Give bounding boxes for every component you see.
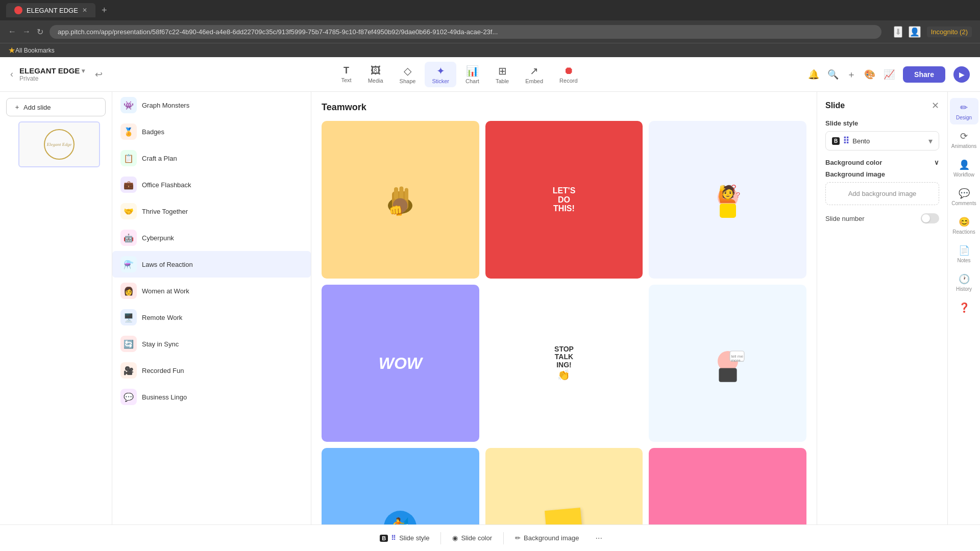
cat-graph-monsters[interactable]: 👾 Graph Monsters	[112, 92, 311, 118]
sticker-text-2: LET'SDOTHIS!	[549, 182, 580, 217]
tool-sticker[interactable]: ✦ Sticker	[425, 62, 456, 87]
cat-thrive-together-icon: 🤝	[120, 203, 137, 219]
tab-workflow[interactable]: 👤 Workflow	[950, 155, 978, 182]
tool-embed[interactable]: ↗ Embed	[518, 62, 550, 87]
tab-reactions[interactable]: 😊 Reactions	[950, 212, 978, 239]
bg-color-expand-icon[interactable]: ∨	[934, 159, 939, 166]
forward-btn[interactable]: →	[22, 27, 31, 36]
sticker-item-3[interactable]: 🙋 ? ?	[649, 121, 806, 279]
tool-shape[interactable]: ◇ Shape	[393, 62, 423, 87]
new-tab-btn[interactable]: +	[102, 5, 107, 16]
bottom-slide-style-label: Slide style	[399, 534, 429, 542]
shape-label: Shape	[400, 78, 416, 84]
bottom-divider-2	[503, 532, 504, 544]
tool-record[interactable]: ⏺ Record	[552, 62, 584, 87]
slide-number-toggle[interactable]	[921, 213, 939, 223]
tab-close-btn[interactable]: ✕	[82, 7, 87, 14]
sticker-item-9[interactable]	[649, 448, 806, 524]
color-picker-btn[interactable]: 🎨	[864, 69, 875, 80]
bottom-more-btn[interactable]: ···	[590, 530, 607, 546]
bookmarks-label[interactable]: All Bookmarks	[15, 47, 55, 54]
cat-remote-work-icon: 🖥️	[120, 309, 137, 325]
cat-office-flashback[interactable]: 💼 Office Flashback	[112, 171, 311, 198]
sticker-item-8[interactable]	[485, 448, 643, 524]
share-button[interactable]: Share	[903, 66, 945, 83]
sticker-text-5: STOPTALKING! 👏	[554, 345, 574, 381]
tab-title: ELEGANT EDGE	[27, 7, 78, 14]
sidebar-collapse-btn[interactable]: ‹	[10, 69, 13, 80]
right-panel: Slide ✕ Slide style B ⠿ Bento ▾ Backgrou…	[817, 92, 980, 524]
tab-animations[interactable]: ⟳ Animations	[950, 127, 978, 153]
sticker-item-4[interactable]: WOW	[322, 285, 479, 442]
plus-icon: ＋	[14, 103, 20, 112]
add-slide-btn[interactable]: ＋ Add slide	[6, 98, 106, 116]
cat-business-lingo[interactable]: 💬 Business Lingo	[112, 384, 311, 410]
tab-help[interactable]: ❓	[950, 298, 978, 317]
profile-btn[interactable]: 👤	[909, 26, 921, 38]
cat-laws-of-reaction[interactable]: ⚗️ Laws of Reaction	[112, 251, 311, 278]
notifications-btn[interactable]: 🔔	[808, 69, 819, 80]
download-btn[interactable]: ⬇	[894, 26, 902, 38]
tab-design[interactable]: ✏ Design	[950, 98, 978, 124]
toolbar: ‹ ELEGANT EDGE ▾ Private ↩ T Text 🖼 Medi…	[0, 57, 980, 92]
sticker-item-2[interactable]: LET'SDOTHIS!	[485, 121, 643, 279]
tab-history[interactable]: 🕐 History	[950, 269, 978, 296]
text-icon: T	[344, 65, 349, 76]
text-label: Text	[341, 77, 351, 83]
slide-thumbnail[interactable]: Elegant Edge	[18, 121, 100, 167]
undo-btn[interactable]: ↩	[95, 69, 103, 80]
cat-recorded-fun-icon: 🎥	[120, 362, 137, 379]
sticker-item-6[interactable]: tell me more...	[649, 285, 806, 442]
chart-label: Chart	[465, 78, 479, 84]
bento-b-icon: B	[832, 137, 840, 145]
tool-table[interactable]: ⊞ Table	[488, 62, 516, 87]
play-button[interactable]: ▶	[953, 66, 970, 83]
panel-close-btn[interactable]: ✕	[932, 100, 939, 111]
cat-recorded-fun-label: Recorded Fun	[142, 367, 184, 374]
bottom-slide-style-btn[interactable]: B ⠿ Slide style	[373, 531, 436, 545]
add-btn[interactable]: ＋	[847, 68, 856, 81]
sticker-item-7[interactable]: 🏄	[322, 448, 479, 524]
comments-icon: 💬	[959, 188, 970, 199]
url-bar[interactable]: app.pitch.com/app/presentation/58f67c22-…	[50, 25, 881, 39]
tab-notes[interactable]: 📄 Notes	[950, 241, 978, 267]
bottom-bg-image-btn[interactable]: ✏ Background image	[508, 531, 586, 545]
sticker-img-7: 🏄	[380, 507, 421, 524]
browser-tab[interactable]: ELEGANT EDGE ✕	[6, 3, 95, 17]
chart2-btn[interactable]: 📈	[884, 69, 895, 80]
tab-comments[interactable]: 💬 Comments	[950, 184, 978, 210]
cat-remote-work[interactable]: 🖥️ Remote Work	[112, 304, 311, 331]
add-bg-image-btn[interactable]: Add background image	[825, 182, 939, 205]
cat-women-at-work[interactable]: 👩 Women at Work	[112, 278, 311, 304]
bottom-slide-color-btn[interactable]: ◉ Slide color	[445, 531, 499, 545]
tool-text[interactable]: T Text	[334, 62, 358, 86]
svg-text:🏄: 🏄	[387, 516, 410, 524]
reload-btn[interactable]: ↻	[37, 27, 43, 37]
sticker-item-1[interactable]: 👊	[322, 121, 479, 279]
style-dropdown-label: Bento	[852, 137, 925, 145]
slide-content: Elegant Edge	[47, 142, 72, 147]
app-container: ‹ ELEGANT EDGE ▾ Private ↩ T Text 🖼 Medi…	[0, 57, 980, 551]
bottom-bento-b: B	[380, 535, 388, 542]
back-btn[interactable]: ←	[8, 27, 16, 36]
tool-chart[interactable]: 📊 Chart	[458, 62, 486, 87]
cat-cyberpunk[interactable]: 🤖 Cyberpunk	[112, 224, 311, 251]
animations-icon: ⟳	[960, 131, 968, 142]
bg-color-label: Background color ∨	[825, 159, 939, 166]
cat-craft-a-plan[interactable]: 📋 Craft a Plan	[112, 145, 311, 171]
cat-recorded-fun[interactable]: 🎥 Recorded Fun	[112, 357, 311, 384]
style-dropdown[interactable]: B ⠿ Bento ▾	[825, 131, 939, 151]
sticker-img-6: tell me more...	[707, 343, 748, 384]
cat-stay-in-sync[interactable]: 🔄 Stay in Sync	[112, 331, 311, 357]
add-slide-label: Add slide	[23, 104, 51, 111]
cat-thrive-together[interactable]: 🤝 Thrive Together	[112, 198, 311, 224]
sticker-item-5[interactable]: STOPTALKING! 👏	[485, 285, 643, 442]
tool-media[interactable]: 🖼 Media	[361, 62, 390, 87]
cat-remote-work-label: Remote Work	[142, 314, 182, 321]
search-btn[interactable]: 🔍	[827, 69, 839, 80]
sticker-grid: 👊 LET'SDOTHIS! 🙋 ? ?	[322, 121, 806, 524]
project-name[interactable]: ELEGANT EDGE ▾	[19, 66, 85, 75]
cat-stay-in-sync-icon: 🔄	[120, 336, 137, 352]
cat-badges[interactable]: 🏅 Badges	[112, 118, 311, 145]
design-label: Design	[956, 115, 972, 120]
